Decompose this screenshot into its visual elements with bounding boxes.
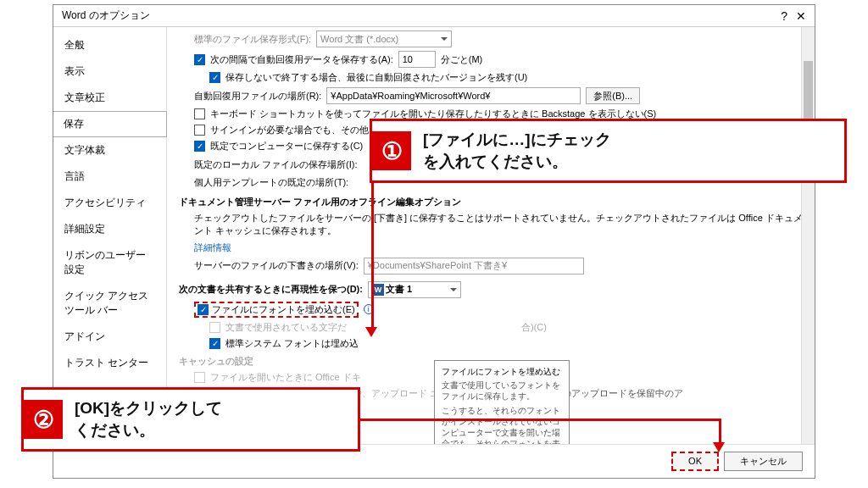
default-format-label: 標準のファイル保存形式(F): — [194, 33, 311, 46]
save-pc-label: 既定でコンピューターに保存する(C) — [210, 140, 363, 152]
callout-2-arrowhead — [713, 442, 725, 458]
server-drafts-label: サーバーのファイルの下書きの場所(V): — [194, 259, 359, 272]
local-loc-label: 既定のローカル ファイルの保存場所(I): — [194, 158, 358, 171]
ok-button[interactable]: OK — [671, 452, 719, 471]
sidebar-item-accessibility[interactable]: アクセシビリティ — [53, 190, 166, 216]
signin-checkbox[interactable] — [194, 125, 205, 136]
window-title: Word のオプション — [58, 8, 150, 23]
share-doc-select[interactable]: W 文書 1 — [368, 281, 461, 298]
cache-heading: キャッシュの設定 — [179, 355, 253, 368]
embed-fonts-label: ファイルにフォントを埋め込む(E) — [212, 303, 355, 316]
backstage-checkbox[interactable] — [194, 108, 205, 119]
callout-1-arrowhead — [365, 327, 377, 343]
close-icon[interactable]: ✕ — [796, 9, 806, 23]
combine-suffix: 合)(C) — [521, 321, 547, 334]
keep-last-checkbox[interactable] — [209, 72, 220, 83]
save-pc-checkbox[interactable] — [194, 141, 205, 152]
callout-2-arrow-h — [360, 419, 721, 421]
autosave-unit: 分ごと(M) — [441, 53, 483, 66]
word-icon: W — [372, 284, 384, 296]
embed-used-checkbox[interactable] — [209, 322, 220, 333]
default-format-select[interactable]: Word 文書 (*.docx) — [316, 30, 452, 47]
server-drafts-input[interactable]: ¥Documents¥SharePoint 下書き¥ — [364, 258, 584, 274]
embed-system-checkbox[interactable] — [209, 338, 220, 349]
signin-label: サインインが必要な場合でも、その他 — [210, 124, 369, 136]
autorecover-loc-input[interactable]: ¥AppData¥Roaming¥Microsoft¥Word¥ — [326, 87, 581, 104]
sidebar-item-display[interactable]: 表示 — [53, 58, 166, 85]
embed-tooltip: ファイルにフォントを埋め込む 文書で使用しているフォントをファイルに保存します。… — [434, 360, 570, 444]
scrollbar[interactable] — [801, 27, 815, 444]
callout-2-number: ② — [24, 400, 63, 439]
autosave-checkbox[interactable] — [194, 54, 205, 65]
embed-used-label: 文書で使用されている文字だ — [225, 321, 347, 334]
browse-button-1[interactable]: 参照(B)... — [586, 87, 640, 104]
help-icon[interactable]: ? — [781, 9, 787, 23]
sidebar-item-typography[interactable]: 文字体裁 — [53, 137, 166, 164]
sidebar-item-save[interactable]: 保存 — [53, 111, 167, 137]
more-info-link[interactable]: 詳細情報 — [194, 241, 231, 254]
open-office-label: ファイルを開いたときに Office ドキ — [210, 371, 361, 384]
sidebar-item-ribbon[interactable]: リボンのユーザー設定 — [53, 242, 166, 283]
section-offline: ドキュメント管理サーバー ファイル用のオフライン編集オプション — [179, 196, 461, 208]
callout-2: ② [OK]をクリックしてください。 — [21, 387, 360, 452]
content-pane: 標準のファイル保存形式(F): Word 文書 (*.docx) 次の間隔で自動… — [167, 27, 815, 444]
sidebar-item-trust[interactable]: トラスト センター — [53, 350, 166, 376]
sidebar-item-general[interactable]: 全般 — [53, 32, 166, 58]
open-office-checkbox[interactable] — [194, 372, 205, 383]
sidebar-item-qat[interactable]: クイック アクセス ツール バー — [53, 283, 166, 324]
callout-2-text: [OK]をクリックしてください。 — [63, 394, 234, 444]
callout-1-number: ① — [372, 131, 411, 170]
tooltip-title: ファイルにフォントを埋め込む — [442, 366, 562, 377]
sidebar: 全般 表示 文章校正 保存 文字体裁 言語 アクセシビリティ 詳細設定 リボンの… — [53, 27, 167, 444]
titlebar: Word のオプション ? ✕ — [53, 5, 815, 27]
embed-highlight: ファイルにフォントを埋め込む(E) — [194, 302, 359, 318]
template-loc-label: 個人用テンプレートの既定の場所(T): — [194, 176, 348, 189]
keep-last-label: 保存しないで終了する場合、最後に自動回復されたバージョンを残す(U) — [225, 71, 527, 84]
checkout-text: チェックアウトしたファイルをサーバーの [下書き] に保存することはサポートされ… — [194, 212, 803, 238]
autosave-label: 次の間隔で自動回復用データを保存する(A): — [210, 53, 393, 66]
callout-1: ① [ファイルに…]にチェックを入れてください。 — [370, 119, 847, 183]
sidebar-item-language[interactable]: 言語 — [53, 164, 166, 190]
autorecover-loc-label: 自動回復用ファイルの場所(R): — [194, 90, 321, 103]
callout-1-text: [ファイルに…]にチェックを入れてください。 — [411, 125, 623, 175]
embed-fonts-checkbox[interactable] — [198, 304, 209, 315]
cancel-button[interactable]: キャンセル — [724, 452, 803, 471]
sidebar-item-proofing[interactable]: 文章校正 — [53, 85, 166, 111]
sidebar-item-advanced[interactable]: 詳細設定 — [53, 216, 166, 242]
share-label: 次の文書を共有するときに再現性を保つ(D): — [179, 283, 363, 296]
embed-system-label: 標準システム フォントは埋め込 — [225, 337, 359, 350]
tooltip-body1: 文書で使用しているフォントをファイルに保存します。 — [442, 380, 562, 402]
callout-1-arrow — [371, 183, 374, 331]
tooltip-body2: こうすると、それらのフォントがインストールされていないコンピューターで文書を開い… — [442, 405, 562, 444]
autosave-interval-input[interactable]: 10 — [398, 51, 436, 68]
sidebar-item-addins[interactable]: アドイン — [53, 324, 166, 350]
